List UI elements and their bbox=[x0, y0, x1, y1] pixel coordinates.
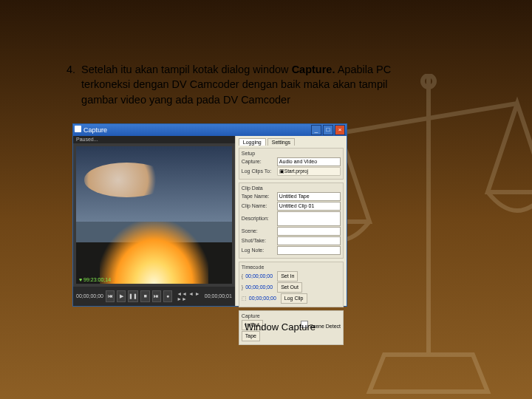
record-button[interactable]: ● bbox=[163, 290, 172, 302]
side-panel: Logging Settings Setup Capture: Audio an… bbox=[235, 136, 347, 306]
clipdata-section: Clip Data Tape Name:Untitled Tape Clip N… bbox=[239, 183, 344, 259]
embedded-timecode: ♥ 99:23:00;14 bbox=[79, 277, 111, 282]
setup-section: Setup Capture: Audio and Video Log Clips… bbox=[239, 148, 344, 180]
play-button[interactable]: ▶ bbox=[117, 290, 126, 302]
clip-name-input[interactable]: Untitled Clip 01 bbox=[277, 202, 341, 211]
list-text: Setelah itu akan tampil kotak dialog win… bbox=[81, 62, 399, 107]
titlebar: Capture _ □ × bbox=[73, 124, 347, 136]
tab-settings[interactable]: Settings bbox=[267, 138, 295, 146]
tc-out[interactable]: 00;00;00;00 bbox=[245, 284, 273, 290]
list-number: 4. bbox=[66, 62, 75, 77]
capture-window: Capture _ □ × Paused... ♥ 99:23:00;14 bbox=[72, 123, 347, 307]
capture-title: Capture bbox=[242, 313, 341, 318]
timecode-title: Timecode bbox=[242, 265, 341, 270]
preview-status: Paused... bbox=[73, 136, 235, 143]
shuttle[interactable]: ◄◄ ◄ ► ►► bbox=[177, 291, 202, 301]
window-title: Capture bbox=[75, 126, 107, 134]
capture-select[interactable]: Audio and Video bbox=[277, 157, 341, 166]
clipdata-title: Clip Data bbox=[242, 185, 341, 191]
tc-right: 00;00;00;01 bbox=[205, 293, 232, 299]
minimize-button[interactable]: _ bbox=[311, 125, 321, 135]
logclips-label: Log Clips To: bbox=[242, 168, 275, 174]
tape-button[interactable]: Tape bbox=[242, 331, 260, 341]
timecode-section: Timecode {00;00;00;00Set In }00;00;00;00… bbox=[239, 262, 344, 307]
tc-in[interactable]: 00;00;00;00 bbox=[245, 273, 273, 279]
list-item-4: 4. Setelah itu akan tampil kotak dialog … bbox=[66, 62, 488, 107]
scene-input[interactable] bbox=[277, 227, 341, 236]
setout-button[interactable]: Set Out bbox=[277, 282, 302, 293]
maximize-button[interactable]: □ bbox=[323, 125, 333, 135]
transport-bar: 00;00;00;00 ⏮ ▶ ❚❚ ■ ⏭ ● ◄◄ ◄ ► ►► 00;00… bbox=[73, 287, 235, 306]
lognote-input[interactable] bbox=[277, 246, 341, 255]
capture-label: Capture: bbox=[242, 159, 275, 164]
setin-button[interactable]: Set In bbox=[277, 271, 298, 282]
pause-button[interactable]: ❚❚ bbox=[128, 290, 138, 302]
preview-image: ♥ 99:23:00;14 bbox=[76, 146, 232, 284]
rewind-button[interactable]: ⏮ bbox=[106, 290, 115, 302]
tape-name-input[interactable]: Untitled Tape bbox=[277, 192, 341, 201]
capture-window-figure: Capture _ □ × Paused... ♥ 99:23:00;14 bbox=[72, 123, 488, 332]
app-icon bbox=[75, 126, 81, 132]
tc-dur: 00;00;00;00 bbox=[249, 296, 276, 301]
stop-button[interactable]: ■ bbox=[140, 290, 149, 302]
setup-title: Setup bbox=[242, 151, 341, 156]
figure-caption: Window Capture bbox=[72, 321, 488, 332]
tab-logging[interactable]: Logging bbox=[239, 138, 266, 146]
forward-button[interactable]: ⏭ bbox=[152, 290, 161, 302]
preview-pane: Paused... ♥ 99:23:00;14 00;00;00;00 ⏮ ▶ … bbox=[73, 136, 235, 306]
logclips-target[interactable]: ▣ Start.prproj bbox=[277, 167, 341, 176]
logclip-button[interactable]: Log Clip bbox=[281, 293, 307, 304]
shot-input[interactable] bbox=[277, 236, 341, 245]
close-button[interactable]: × bbox=[335, 125, 345, 135]
description-input[interactable] bbox=[277, 211, 341, 226]
tc-left: 00;00;00;00 bbox=[76, 293, 103, 299]
